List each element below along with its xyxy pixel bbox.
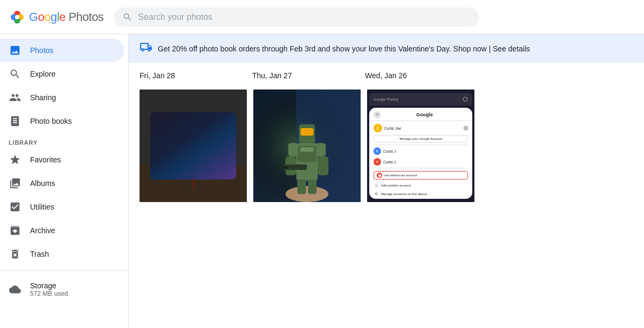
svg-rect-12 — [197, 124, 208, 135]
svg-rect-7 — [156, 116, 231, 170]
topbar-title: Google Photos — [374, 98, 463, 101]
user2-row[interactable]: C Curtis J — [369, 145, 472, 157]
manage-devices-row[interactable]: ⚙ Manage accounts on this device — [369, 190, 472, 198]
card-title: Google — [381, 112, 468, 117]
close-button[interactable]: ✕ — [374, 111, 381, 118]
shop-now-link[interactable]: Shop now — [453, 44, 487, 53]
sidebar-item-photobooks-label: Photo books — [30, 117, 72, 125]
svg-point-21 — [156, 151, 161, 156]
storage-icon — [9, 283, 21, 296]
library-section-label: LIBRARY — [0, 133, 128, 148]
archive-icon — [9, 224, 21, 237]
photobooks-icon — [9, 115, 21, 128]
sidebar: Photos Explore Sharing — [0, 34, 129, 328]
use-without-account-btn[interactable]: Use without an account — [374, 171, 468, 180]
manage-account-btn[interactable]: Manage your Google Account — [374, 135, 468, 143]
see-details-link[interactable]: See details — [493, 44, 530, 53]
sidebar-item-photos-label: Photos — [30, 46, 54, 55]
user2-avatar: C — [374, 147, 381, 155]
logo[interactable]: Google Photos — [9, 9, 105, 26]
user3-row[interactable]: C Curtis J — [369, 157, 472, 167]
sidebar-item-utilities[interactable]: Utilities — [0, 195, 124, 219]
svg-rect-35 — [288, 143, 298, 156]
svg-rect-19 — [150, 116, 166, 170]
svg-rect-25 — [189, 170, 197, 174]
photo-google-account[interactable]: Google Photos ✕ Google C Curtis J — [367, 90, 474, 202]
sidebar-item-photos[interactable]: Photos — [0, 39, 124, 62]
sidebar-item-explore[interactable]: Explore — [0, 62, 124, 86]
sidebar-item-sharing-label: Sharing — [30, 93, 56, 102]
search-input[interactable] — [138, 12, 470, 22]
date-label-jan26: Wed, Jan 26 — [365, 71, 478, 80]
sidebar-item-trash-label: Trash — [30, 250, 49, 258]
banner-text: Get 20% off photo book orders through Fe… — [158, 44, 530, 53]
nintendo-photo-svg — [140, 90, 247, 202]
svg-point-43 — [463, 97, 467, 101]
svg-rect-34 — [301, 128, 313, 136]
primary-avatar: C — [374, 124, 382, 132]
use-without-icon — [377, 173, 382, 178]
sidebar-item-favorites-label: Favorites — [30, 155, 61, 164]
star-icon — [9, 153, 21, 166]
halo-photo-svg — [253, 90, 361, 202]
card-header: ✕ Google — [369, 108, 472, 121]
sidebar-item-explore-label: Explore — [30, 70, 55, 78]
svg-rect-16 — [174, 147, 185, 158]
logo-text: Google Photos — [29, 10, 104, 24]
sidebar-item-trash[interactable]: Trash — [0, 242, 124, 266]
card-divider2 — [374, 168, 468, 168]
sidebar-item-albums-label: Albums — [30, 179, 55, 188]
sidebar-item-albums[interactable]: Albums — [0, 172, 124, 195]
svg-rect-42 — [308, 180, 317, 194]
sidebar-item-utilities-label: Utilities — [30, 203, 54, 211]
sidebar-item-photobooks[interactable]: Photo books — [0, 109, 124, 133]
svg-point-29 — [286, 186, 328, 202]
svg-rect-11 — [186, 124, 196, 135]
storage-section[interactable]: Storage 572 MB used — [0, 275, 128, 304]
storage-item[interactable]: Storage 572 MB used — [9, 281, 120, 297]
add-account-icon: + — [374, 183, 379, 188]
explore-icon — [9, 68, 21, 80]
sidebar-item-sharing[interactable]: Sharing — [0, 86, 124, 109]
sidebar-item-archive[interactable]: Archive — [0, 219, 124, 242]
user3-avatar: C — [374, 158, 381, 166]
photos-row: Google Photos ✕ Google C Curtis J — [140, 90, 633, 202]
photo-gap-1 — [249, 90, 251, 202]
storage-text: Storage 572 MB used — [30, 281, 68, 297]
user3-name: Curtis J — [383, 160, 396, 164]
expand-icon — [464, 126, 468, 130]
photo-grid: Fri, Jan 28 Thu, Jan 27 Wed, Jan 26 — [129, 63, 644, 211]
svg-rect-32 — [301, 147, 313, 152]
storage-label: Storage — [30, 281, 68, 290]
phone-topbar: Google Photos — [369, 93, 472, 106]
svg-rect-22 — [220, 116, 236, 170]
layout: Photos Explore Sharing — [0, 34, 644, 328]
google-photos-logo-icon — [9, 9, 26, 26]
add-account-row[interactable]: + Add another account — [369, 181, 472, 190]
date-label-jan27: Thu, Jan 27 — [252, 71, 365, 80]
svg-rect-40 — [277, 166, 288, 169]
search-bar[interactable] — [114, 8, 479, 27]
photo-halo-figure[interactable] — [253, 90, 361, 202]
sharing-icon — [9, 91, 21, 104]
account-card: ✕ Google C Curtis Joe Manage your — [369, 108, 472, 199]
svg-rect-36 — [316, 143, 326, 156]
svg-rect-13 — [174, 136, 185, 146]
primary-user-row: C Curtis Joe — [369, 121, 472, 135]
svg-rect-9 — [173, 123, 214, 163]
image-icon — [9, 44, 21, 57]
svg-rect-15 — [197, 136, 208, 146]
svg-rect-38 — [318, 156, 328, 175]
svg-rect-17 — [186, 147, 196, 158]
sidebar-item-favorites[interactable]: Favorites — [0, 148, 124, 172]
svg-point-4 — [15, 15, 19, 19]
photo-nintendo-switch[interactable] — [140, 90, 247, 202]
svg-rect-18 — [197, 147, 208, 158]
main-content: Get 20% off photo book orders through Fe… — [129, 34, 644, 328]
svg-rect-8 — [172, 122, 215, 165]
utilities-icon — [9, 200, 21, 213]
primary-user-name: Curtis Joe — [384, 126, 401, 130]
add-account-label: Add another account — [381, 184, 411, 187]
svg-rect-10 — [174, 124, 185, 135]
header: Google Photos — [0, 0, 644, 34]
